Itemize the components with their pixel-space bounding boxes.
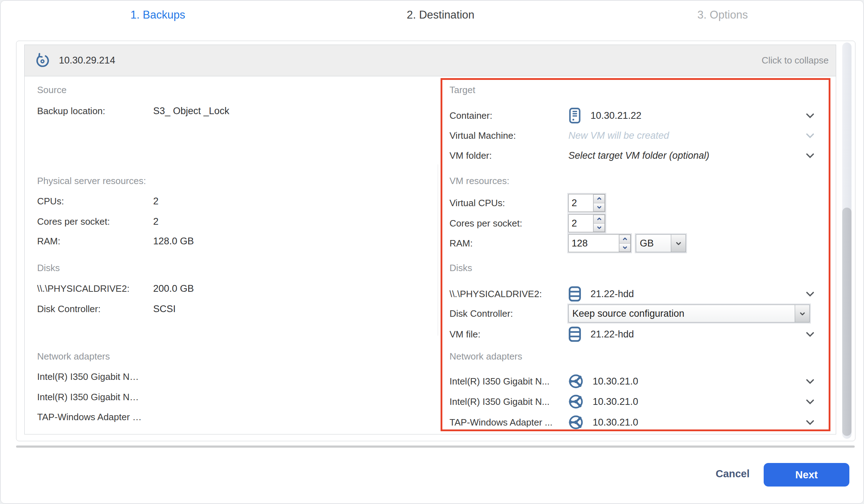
source-cores-value: 2 (153, 216, 159, 227)
target-drive-dropdown-chevron-icon[interactable] (806, 291, 814, 297)
target-ram-label: RAM: (449, 238, 568, 249)
step-options[interactable]: 3. Options (697, 9, 748, 21)
disk-icon (568, 326, 581, 342)
container-dropdown-chevron-icon[interactable] (806, 113, 814, 118)
vm-file-row: VM file: 21.22-hdd (449, 324, 824, 344)
network-icon (568, 415, 583, 430)
vm-folder-dropdown-chevron-icon[interactable] (806, 153, 814, 158)
backup-location-value: S3_ Object _Lock (153, 106, 229, 117)
target-controller-label: Disk Controller: (449, 308, 568, 319)
source-cpus-label: CPUs: (37, 196, 153, 207)
host-header[interactable]: 10.30.29.214 Click to collapse (25, 45, 836, 76)
next-button[interactable]: Next (764, 463, 849, 487)
target-adapter-2-label: Intel(R) I350 Gigabit N... (449, 396, 568, 407)
host-ip: 10.30.29.214 (59, 55, 115, 66)
source-title: Source (37, 85, 66, 95)
source-ram-value: 128.0 GB (153, 236, 194, 247)
source-cores-label: Cores per socket: (37, 216, 153, 227)
disk-controller-dropdown-icon[interactable] (795, 305, 809, 322)
adapter-dropdown-chevron-icon[interactable] (806, 379, 814, 384)
ram-unit-dropdown-icon[interactable] (671, 235, 685, 252)
cores-spin-buttons (593, 215, 605, 232)
cores-per-socket-input[interactable] (569, 215, 593, 232)
virtual-cpus-spin-buttons (593, 194, 605, 212)
source-adapter-3: TAP-Windows Adapter … (37, 412, 142, 423)
source-adapter-row: Intel(R) I350 Gigabit N… (37, 367, 430, 387)
content-scroll-area: 10.30.29.214 Click to collapse Source Ba… (16, 41, 855, 441)
cores-per-socket-stepper[interactable] (568, 214, 605, 232)
target-drive-value: 21.22-hdd (591, 289, 634, 300)
restore-icon (35, 53, 50, 68)
target-disks-header: Disks (449, 263, 472, 273)
vm-folder-placeholder[interactable]: Select target VM folder (optional) (568, 150, 709, 161)
target-adapter-row: Intel(R) I350 Gigabit N... 10.30.21.0 (449, 371, 824, 391)
vm-file-value: 21.22-hdd (591, 329, 634, 340)
source-disks-header: Disks (37, 263, 60, 273)
source-ram-label: RAM: (37, 236, 153, 247)
spin-down-button[interactable] (593, 223, 605, 232)
spin-down-button[interactable] (593, 203, 605, 212)
physical-resources-header: Physical server resources: (37, 175, 146, 186)
target-cores-label: Cores per socket: (449, 218, 568, 229)
collapse-hint[interactable]: Click to collapse (762, 55, 829, 66)
target-network-header: Network adapters (449, 351, 522, 362)
target-drive-label: \\.\PHYSICALDRIVE2: (449, 289, 568, 300)
target-adapter-row: Intel(R) I350 Gigabit N... 10.30.21.0 (449, 392, 824, 412)
virtual-machine-dropdown-chevron-icon[interactable] (806, 133, 814, 138)
cancel-button[interactable]: Cancel (715, 468, 749, 480)
disk-icon (568, 286, 581, 302)
target-adapter-3-label: TAP-Windows Adapter ... (449, 417, 568, 428)
source-controller-label: Disk Controller: (37, 304, 153, 315)
wizard-dialog: 1. Backups 2. Destination 3. Options 10.… (0, 0, 864, 504)
virtual-machine-label: Virtual Machine: (449, 130, 568, 141)
target-adapter-3-value: 10.30.21.0 (593, 417, 638, 428)
source-drive-row: \\.\PHYSICALDRIVE2: 200.0 GB (37, 279, 430, 299)
source-network-header: Network adapters (37, 351, 110, 362)
virtual-cpus-row: Virtual CPUs: (449, 193, 824, 213)
source-cpus-value: 2 (153, 196, 159, 207)
ram-input[interactable] (569, 235, 619, 252)
target-adapter-1-label: Intel(R) I350 Gigabit N... (449, 376, 568, 387)
source-drive-value: 200.0 GB (153, 283, 194, 294)
ram-stepper[interactable] (568, 234, 631, 252)
source-adapter-1: Intel(R) I350 Gigabit N… (37, 371, 139, 382)
virtual-machine-placeholder: New VM will be created (568, 130, 669, 141)
spin-up-button[interactable] (593, 215, 605, 223)
virtual-cpus-stepper[interactable] (568, 194, 605, 212)
step-nav: 1. Backups 2. Destination 3. Options (1, 8, 863, 24)
container-value: 10.30.21.22 (591, 110, 642, 121)
source-ram-row: RAM: 128.0 GB (37, 231, 430, 251)
vertical-scrollbar-thumb[interactable] (842, 208, 852, 436)
virtual-cpus-label: Virtual CPUs: (449, 198, 568, 209)
horizontal-scrollbar[interactable] (16, 446, 855, 448)
target-ram-row: RAM: GB (449, 233, 824, 253)
adapter-dropdown-chevron-icon[interactable] (806, 399, 814, 404)
source-drive-label: \\.\PHYSICALDRIVE2: (37, 283, 153, 294)
adapter-dropdown-chevron-icon[interactable] (806, 420, 814, 425)
backup-location-row: Backup location: S3_ Object _Lock (37, 101, 430, 121)
step-backups[interactable]: 1. Backups (130, 9, 185, 21)
source-controller-row: Disk Controller: SCSI (37, 299, 430, 319)
ram-spin-buttons (619, 235, 631, 252)
network-icon (568, 394, 583, 409)
target-drive-row: \\.\PHYSICALDRIVE2: 21.22-hdd (449, 284, 824, 304)
source-adapter-2: Intel(R) I350 Gigabit N… (37, 392, 139, 403)
source-controller-value: SCSI (153, 304, 176, 315)
spin-up-button[interactable] (619, 235, 631, 243)
step-destination[interactable]: 2. Destination (407, 9, 474, 21)
target-adapter-2-value: 10.30.21.0 (593, 396, 638, 407)
spin-down-button[interactable] (619, 243, 631, 252)
virtual-cpus-input[interactable] (569, 194, 593, 212)
disk-controller-select[interactable]: Keep source configuration (568, 305, 810, 322)
server-icon (568, 107, 581, 124)
spin-up-button[interactable] (593, 194, 605, 203)
panel-divider (438, 164, 438, 336)
source-cores-row: Cores per socket: 2 (37, 212, 430, 231)
vertical-scrollbar[interactable] (842, 42, 852, 439)
ram-unit-value: GB (636, 235, 671, 252)
vm-file-dropdown-chevron-icon[interactable] (806, 332, 814, 337)
target-title: Target (449, 85, 475, 95)
ram-unit-select[interactable]: GB (636, 234, 686, 252)
vm-resources-header: VM resources: (449, 175, 509, 186)
target-adapter-1-value: 10.30.21.0 (593, 376, 638, 387)
